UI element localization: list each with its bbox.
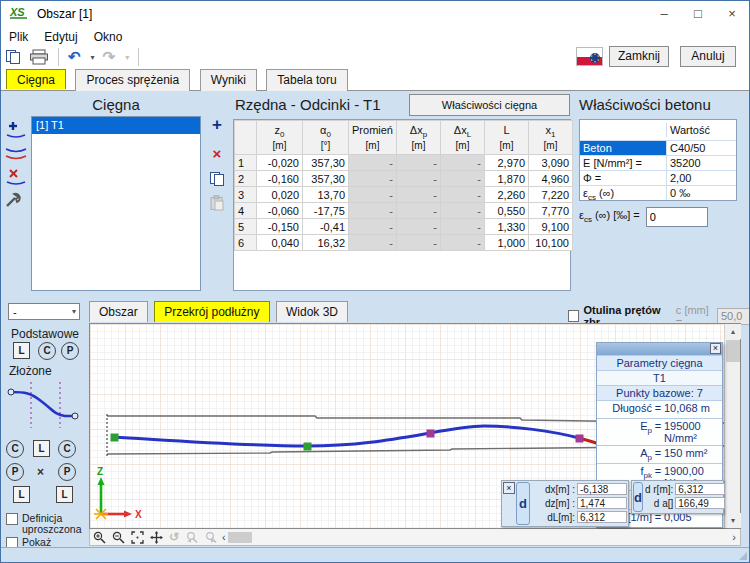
base-point-marker-purple[interactable] [427,430,435,438]
rotate-view-icon: ↺ [169,530,179,544]
delete-row-icon[interactable]: × [207,145,227,165]
tab-wyniki[interactable]: Wyniki [200,69,257,91]
col-promien: Promień[m] [349,121,397,155]
grid-l3-button[interactable]: L [56,486,73,503]
chevron-down-icon: ▾ [72,307,76,316]
concrete-title: Właściwości betonu [579,96,711,113]
concrete-row-beton[interactable]: BetonC40/50 [580,140,736,155]
grid-l2-button[interactable]: L [13,486,30,503]
grid-l1-button[interactable]: L [33,440,50,457]
tab-przekroj-podluzny[interactable]: Przekrój podłużny [154,301,269,322]
topbar-actions: Zamknij Anuluj [1,47,749,69]
concrete-table: Wartość BetonC40/50 E [N/mm²] =35200 Φ =… [579,119,737,201]
tendons-title: Cięgna [31,96,201,113]
main-content: Cięgna [1] T1 + × Rzędna - Odcinki - T1 … [1,91,750,549]
eps-input-label: εcs (∞) [‰] = [579,209,640,224]
maximize-button[interactable]: □ [681,1,715,27]
menubar: Plik Edytuj Okno [1,27,749,46]
table-row: 1-0,020357,30---2,9703,090 [235,155,573,171]
ordinates-table: z0[m] α0[°] Promień[m] Δxp[m] ΔxL[m] L[m… [233,119,571,291]
add-row-icon[interactable]: + [207,116,227,136]
eps-input[interactable] [646,207,708,227]
overlay-close-button[interactable]: × [710,343,721,354]
zamknij-button[interactable]: Zamknij [609,46,669,67]
poland-eu-flag-icon [576,47,603,66]
close-button[interactable]: × [715,1,749,27]
overlay-title: Parametry cięgna [597,355,722,370]
base-point-marker-purple[interactable] [576,435,584,443]
overlay-param-row: Ep=195000 N/mm² [597,418,722,445]
scroll-down-icon[interactable]: ▾ [725,513,741,528]
definicja-label: Definicja uproszczona [22,513,84,535]
anuluj-button[interactable]: Anuluj [680,46,736,67]
table-row: 5-0,150-0,41---1,3309,100 [235,219,573,235]
tendon-properties-button[interactable]: Właściwości cięgna [409,94,570,116]
grid-c1-button[interactable]: C [6,440,24,458]
vertical-scrollbar[interactable]: ▴ ▾ [724,324,740,528]
basic-c-button[interactable]: C [38,342,56,360]
table-row: 2-0,160357,30---1,8704,960 [235,171,573,187]
tab-tabela-toru[interactable]: Tabela toru [266,69,347,91]
definicja-checkbox-row: Definicja uproszczona [6,513,86,535]
tab-ciegna[interactable]: Cięgna [6,69,66,89]
zlozone-label: Złożone [9,364,52,378]
main-tab-bar: Cięgna Proces sprężenia Wyniki Tabela to… [1,68,749,91]
grid-p1-button[interactable]: P [6,463,24,481]
coords-close-button[interactable]: × [503,482,515,494]
overlay-titlebar[interactable]: × [597,343,722,355]
menu-edytuj[interactable]: Edytuj [36,30,85,44]
zoom-out-icon[interactable] [112,531,125,544]
window-title: Obszar [1] [37,7,92,21]
wrench-icon[interactable] [4,191,28,211]
copy-tendon-icon[interactable] [4,144,28,164]
h-scrollbar-thumb[interactable] [228,532,252,543]
tab-widok-3d[interactable]: Widok 3D [276,301,348,322]
zoom-in-icon[interactable] [93,531,106,544]
scroll-up-icon[interactable]: ▴ [725,324,741,339]
statusbar [1,547,749,562]
minimize-button[interactable]: – [647,1,681,27]
coord-row: d r[m]:6,312 [645,482,725,496]
menu-plik[interactable]: Plik [1,30,36,44]
curve-type-dropdown[interactable]: - ▾ [8,303,80,320]
base-point-marker-green[interactable] [304,443,312,451]
table-row: 60,04016,32---1,00010,100 [235,235,573,251]
tendon-list[interactable]: [1] T1 [31,116,201,291]
svg-text:Z: Z [97,466,103,477]
podstawowe-label: Podstawowe [11,327,79,341]
table-row: 4-0,060-17,75---0,5507,770 [235,203,573,219]
view-tab-bar: Obszar Przekrój podłużny Widok 3D [89,301,350,323]
concrete-row-eps[interactable]: εcs (∞)0 ‰ [580,185,736,200]
concrete-row-phi[interactable]: Φ =2,00 [580,170,736,185]
tendon-list-item[interactable]: [1] T1 [32,117,200,134]
scroll-left-icon[interactable]: ‹ [222,531,226,543]
base-point-marker-green[interactable] [111,434,119,442]
grid-c2-button[interactable]: C [58,440,76,458]
menu-okno[interactable]: Okno [86,30,131,44]
delta-strip-label: d [633,482,643,512]
delete-tendon-icon[interactable] [4,168,28,188]
table-header-row: z0[m] α0[°] Promień[m] Δxp[m] ΔxL[m] L[m… [235,121,573,155]
basic-l-button[interactable]: L [13,342,30,359]
basic-p-button[interactable]: P [61,342,79,360]
definicja-checkbox[interactable] [6,513,18,525]
overlay-param-row: Ap=150 mm² [597,445,722,463]
coord-row: dz[m] :1,474 [532,496,627,510]
resize-grip[interactable] [739,552,747,560]
grid-p2-button[interactable]: P [58,463,76,481]
add-tendon-icon[interactable] [4,121,28,141]
paste-rows-icon [207,195,227,215]
concrete-row-e[interactable]: E [N/mm²] =35200 [580,155,736,170]
col-x1: x1[m] [529,121,573,155]
titlebar: XS Obszar [1] – □ × [1,1,749,27]
otulina-checkbox[interactable] [568,310,579,322]
app-icon: XS [9,5,29,23]
zoom-fit-icon[interactable] [131,531,144,544]
svg-text:X: X [135,509,142,520]
pan-icon[interactable] [150,531,163,544]
copy-rows-icon[interactable] [207,171,227,191]
v-scrollbar-thumb[interactable] [726,340,740,362]
scroll-right-icon[interactable]: › [732,531,736,543]
tab-proces-sprezenia[interactable]: Proces sprężenia [75,69,190,91]
tab-obszar[interactable]: Obszar [89,301,148,322]
